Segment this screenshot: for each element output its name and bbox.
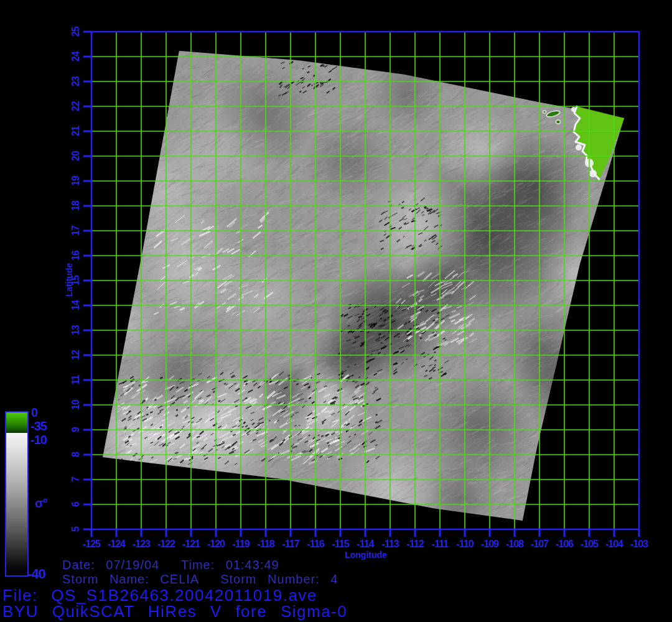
coast-highlight <box>576 144 582 151</box>
x-tick-label: -108 <box>501 539 528 550</box>
colorbar-mid-label: -35 <box>30 419 47 434</box>
island <box>556 120 561 124</box>
x-tick-label: -122 <box>152 539 180 550</box>
x-axis-title: Longitude <box>345 550 387 560</box>
colorbar-sigma-label: σ° <box>35 496 47 511</box>
y-tick-label: 18 <box>70 201 82 211</box>
x-tick-label: -115 <box>327 539 354 550</box>
colorbar-gray-segment <box>6 433 27 575</box>
x-tick-label: -107 <box>526 539 553 550</box>
y-tick-label: 13 <box>70 325 82 335</box>
y-tick-label: 23 <box>70 77 82 86</box>
coast-highlight <box>571 107 576 112</box>
y-tick-label: 12 <box>70 350 82 360</box>
x-tick-label: -104 <box>600 539 628 550</box>
x-tick-label: -125 <box>78 539 105 550</box>
y-tick-label: 7 <box>70 477 82 482</box>
y-tick-label: 22 <box>70 101 82 111</box>
x-tick-label: -116 <box>302 539 329 550</box>
y-tick-label: 9 <box>70 427 82 432</box>
date-time-line: Date: 07/19/04 Time: 01:43:49 <box>62 558 279 572</box>
x-tick-label: -114 <box>352 539 379 550</box>
colorbar <box>5 411 29 577</box>
y-tick-label: 6 <box>70 502 82 507</box>
x-tick-label: -113 <box>376 539 404 550</box>
x-tick-label: -111 <box>426 539 454 550</box>
y-tick-label: 5 <box>70 527 82 532</box>
x-tick-label: -112 <box>401 539 429 550</box>
x-tick-label: -105 <box>576 539 603 550</box>
colorbar-mid-label: -10 <box>30 433 47 447</box>
byu-product-line: BYU QuikSCAT HiRes V fore Sigma-0 <box>2 602 347 621</box>
storm-name-line: Storm Name: CELIA Storm Number: 4 <box>62 572 338 587</box>
y-tick-label: 8 <box>70 452 82 457</box>
coast-highlight <box>589 170 597 177</box>
x-tick-label: -110 <box>451 539 478 550</box>
y-tick-label: 21 <box>70 126 82 136</box>
x-tick-label: -119 <box>227 539 254 550</box>
y-tick-label: 16 <box>70 251 82 261</box>
y-tick-label: 10 <box>70 400 82 410</box>
y-tick-label: 15 <box>70 276 82 285</box>
y-tick-label: 25 <box>70 27 82 37</box>
island <box>546 109 560 118</box>
x-tick-label: -117 <box>277 539 304 550</box>
y-tick-label: 24 <box>70 52 82 62</box>
colorbar-bottom-label: -40 <box>27 566 45 582</box>
y-tick-label: 17 <box>70 226 82 236</box>
colorbar-top-label: 0 <box>31 406 37 420</box>
x-tick-label: -120 <box>202 539 230 550</box>
x-tick-label: -103 <box>625 539 653 550</box>
y-tick-label: 19 <box>70 176 82 186</box>
colorbar-green-segment <box>6 412 27 433</box>
y-tick-label: 11 <box>70 376 82 385</box>
plot-overlay <box>0 0 672 622</box>
y-tick-label: 14 <box>70 300 82 310</box>
x-tick-label: -123 <box>128 539 155 550</box>
x-tick-label: -118 <box>252 539 279 550</box>
x-tick-label: -106 <box>551 539 578 550</box>
x-tick-label: -124 <box>103 539 130 550</box>
island <box>543 111 546 113</box>
plot-stage: 0 -35 -10 σ° -40 Longitude Latitude Date… <box>0 0 672 622</box>
x-tick-label: -109 <box>476 539 503 550</box>
y-tick-label: 20 <box>70 151 82 161</box>
x-tick-label: -121 <box>177 539 205 550</box>
